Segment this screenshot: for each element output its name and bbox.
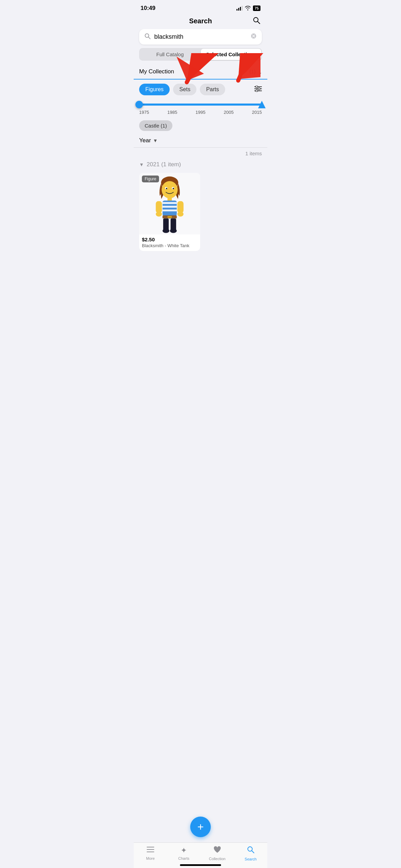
timeline-label-1975: 1975 — [139, 110, 149, 115]
svg-rect-25 — [168, 216, 172, 218]
year-group-label: 2021 (1 item) — [147, 161, 181, 168]
collection-count: (1) — [250, 69, 256, 74]
search-clear-button[interactable] — [250, 33, 257, 41]
product-card[interactable]: Figure $2.50 Blacksmith - White Tank — [139, 173, 200, 251]
search-input[interactable] — [154, 33, 247, 40]
filter-row: Figures Sets Parts — [134, 80, 267, 99]
wifi-icon — [245, 5, 251, 11]
svg-point-29 — [178, 212, 184, 216]
segment-full-catalog[interactable]: Full Catalog — [140, 49, 200, 60]
svg-point-18 — [173, 188, 174, 190]
filter-chip-figures[interactable]: Figures — [139, 84, 170, 95]
status-bar: 10:49 75 — [134, 0, 267, 14]
segment-control: Full Catalog Selected Collections — [139, 48, 262, 61]
timeline-label-1985: 1985 — [167, 110, 177, 115]
timeline-container: 1975 1985 1995 2005 2015 — [134, 99, 267, 118]
slider-thumb-left[interactable] — [135, 101, 143, 108]
timeline-slider[interactable] — [139, 104, 262, 106]
header-search-icon[interactable] — [252, 16, 260, 26]
svg-line-3 — [148, 37, 150, 39]
timeline-label-2015: 2015 — [252, 110, 262, 115]
search-bar-icon — [144, 33, 151, 41]
collection-sort-icon[interactable]: ↓ — [258, 68, 262, 75]
category-row: Castle (1) — [134, 118, 267, 134]
svg-rect-26 — [156, 201, 162, 213]
filter-chip-parts[interactable]: Parts — [200, 84, 225, 95]
sort-arrow-icon[interactable]: ▼ — [153, 138, 158, 143]
year-chevron-icon: ▼ — [139, 162, 144, 167]
signal-bars-icon — [236, 6, 243, 11]
sort-row: Year ▼ — [134, 134, 267, 148]
product-badge: Figure — [142, 176, 159, 182]
svg-point-10 — [256, 86, 258, 88]
product-name: Blacksmith - White Tank — [142, 243, 197, 248]
collection-bar-title: My Collection — [139, 68, 174, 75]
svg-point-12 — [256, 90, 258, 92]
category-chip-castle[interactable]: Castle (1) — [139, 120, 172, 131]
svg-rect-19 — [168, 197, 172, 201]
slider-thumb-right[interactable] — [258, 101, 266, 108]
timeline-label-2005: 2005 — [224, 110, 234, 115]
page-title: Search — [189, 17, 212, 25]
svg-rect-27 — [178, 201, 184, 213]
filter-chip-sets[interactable]: Sets — [173, 84, 196, 95]
header: Search — [134, 14, 267, 29]
svg-rect-21 — [162, 202, 177, 204]
svg-point-32 — [162, 229, 169, 233]
segment-selected-collections[interactable]: Selected Collections — [201, 49, 261, 60]
battery-icon: 75 — [253, 5, 260, 11]
status-icons: 75 — [236, 5, 260, 11]
svg-point-17 — [166, 188, 168, 190]
svg-point-14 — [162, 181, 178, 198]
status-time: 10:49 — [141, 5, 155, 12]
filter-list-icon[interactable] — [254, 86, 262, 94]
timeline-label-1995: 1995 — [196, 110, 206, 115]
product-grid: Figure $2.50 Blacksmith - White Tank — [134, 170, 267, 254]
collection-bar: My Collection (1) ↓ — [134, 63, 267, 80]
svg-point-33 — [170, 229, 177, 233]
svg-rect-22 — [162, 206, 177, 207]
product-price: $2.50 — [142, 237, 197, 242]
svg-point-11 — [258, 88, 260, 90]
search-bar — [139, 29, 262, 45]
svg-point-28 — [156, 212, 162, 216]
items-count: 1 items — [134, 148, 267, 158]
timeline-labels: 1975 1985 1995 2005 2015 — [139, 108, 262, 118]
year-group: ▼ 2021 (1 item) — [134, 158, 267, 170]
search-bar-container — [134, 29, 267, 48]
svg-line-1 — [258, 21, 260, 24]
svg-rect-23 — [162, 209, 177, 211]
sort-label: Year — [139, 137, 151, 144]
